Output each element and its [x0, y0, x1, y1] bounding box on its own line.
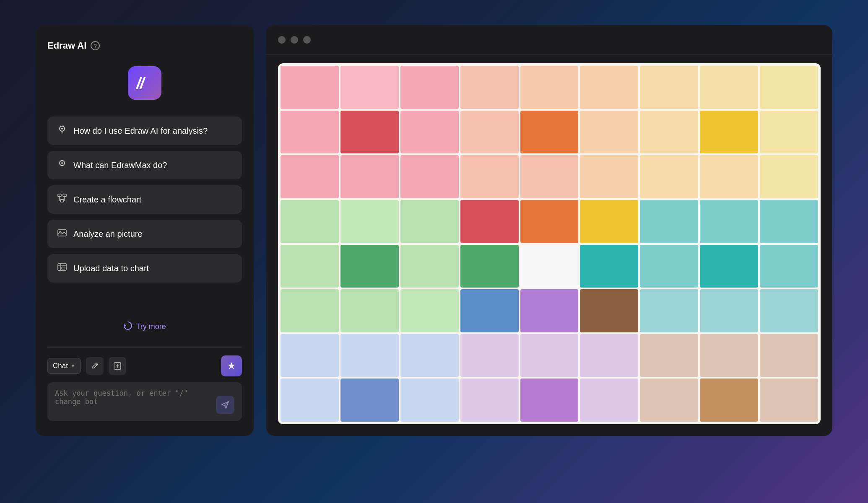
color-cell[interactable]	[760, 289, 818, 332]
color-cell[interactable]	[281, 155, 339, 198]
color-cell[interactable]	[460, 155, 519, 198]
color-cell[interactable]	[281, 334, 339, 377]
action-flowchart[interactable]: Create a flowchart	[47, 185, 242, 214]
edit-icon-button[interactable]	[86, 357, 104, 375]
color-cell[interactable]	[700, 155, 758, 198]
color-cell[interactable]	[400, 289, 459, 332]
try-more-icon	[123, 321, 133, 332]
color-cell[interactable]	[580, 245, 638, 288]
color-cell[interactable]	[460, 66, 519, 109]
color-cell[interactable]	[700, 289, 758, 332]
color-cell[interactable]	[460, 379, 519, 422]
color-cell[interactable]	[580, 155, 638, 198]
color-cell[interactable]	[281, 245, 339, 288]
color-cell[interactable]	[580, 200, 638, 243]
color-cell[interactable]	[340, 66, 399, 109]
color-cell[interactable]	[520, 289, 579, 332]
color-cell[interactable]	[700, 379, 758, 422]
color-cell[interactable]	[760, 111, 818, 154]
color-cell[interactable]	[400, 155, 459, 198]
color-cell[interactable]	[520, 245, 579, 288]
color-cell[interactable]	[520, 334, 579, 377]
color-cell[interactable]	[340, 289, 399, 332]
color-cell[interactable]	[281, 379, 339, 422]
action-picture[interactable]: Analyze an picture	[47, 220, 242, 248]
color-cell[interactable]	[281, 66, 339, 109]
right-header	[266, 25, 832, 55]
color-cell[interactable]	[520, 111, 579, 154]
color-cell[interactable]	[700, 334, 758, 377]
color-cell[interactable]	[520, 66, 579, 109]
color-cell[interactable]	[580, 66, 638, 109]
add-icon-button[interactable]	[109, 357, 126, 375]
color-cell[interactable]	[340, 379, 399, 422]
color-cell[interactable]	[400, 66, 459, 109]
color-cell[interactable]	[700, 111, 758, 154]
color-cell[interactable]	[520, 155, 579, 198]
action-analysis[interactable]: How do I use Edraw AI for analysis?	[47, 117, 242, 145]
color-cell[interactable]	[520, 379, 579, 422]
svg-point-2	[61, 128, 63, 130]
analysis-icon	[57, 125, 68, 137]
color-cell[interactable]	[281, 111, 339, 154]
right-panel	[266, 25, 832, 436]
svg-rect-9	[60, 200, 64, 202]
color-cell[interactable]	[460, 245, 519, 288]
color-cell[interactable]	[640, 66, 698, 109]
svg-point-6	[61, 162, 63, 164]
color-cell[interactable]	[700, 66, 758, 109]
color-cell[interactable]	[460, 111, 519, 154]
window-dot-2	[291, 36, 298, 44]
color-cell[interactable]	[281, 200, 339, 243]
color-cell[interactable]	[580, 334, 638, 377]
color-grid	[278, 63, 821, 424]
color-cell[interactable]	[400, 334, 459, 377]
color-cell[interactable]	[760, 245, 818, 288]
action-analysis-label: How do I use Edraw AI for analysis?	[73, 126, 208, 136]
color-cell[interactable]	[460, 289, 519, 332]
color-cell[interactable]	[520, 200, 579, 243]
color-cell[interactable]	[760, 379, 818, 422]
color-cell[interactable]	[760, 200, 818, 243]
send-button[interactable]	[216, 396, 234, 414]
action-edrawmax-label: What can EdrawMax do?	[73, 161, 167, 170]
color-cell[interactable]	[340, 111, 399, 154]
color-cell[interactable]	[340, 334, 399, 377]
color-cell[interactable]	[340, 155, 399, 198]
window-dot-1	[278, 36, 286, 44]
star-button[interactable]	[221, 355, 242, 376]
color-cell[interactable]	[400, 200, 459, 243]
action-upload[interactable]: Upload data to chart	[47, 254, 242, 283]
help-icon[interactable]: ?	[91, 41, 100, 50]
color-cell[interactable]	[340, 245, 399, 288]
color-cell[interactable]	[700, 200, 758, 243]
action-edrawmax[interactable]: What can EdrawMax do?	[47, 151, 242, 179]
color-cell[interactable]	[460, 334, 519, 377]
color-cell[interactable]	[580, 379, 638, 422]
color-cell[interactable]	[640, 111, 698, 154]
color-cell[interactable]	[281, 289, 339, 332]
color-cell[interactable]	[640, 289, 698, 332]
color-cell[interactable]	[760, 66, 818, 109]
color-grid-container	[266, 55, 832, 436]
color-cell[interactable]	[640, 245, 698, 288]
color-cell[interactable]	[760, 334, 818, 377]
ai-logo: //	[128, 66, 161, 100]
color-cell[interactable]	[400, 245, 459, 288]
try-more-button[interactable]: Try more	[47, 314, 242, 339]
color-cell[interactable]	[580, 289, 638, 332]
color-cell[interactable]	[640, 200, 698, 243]
color-cell[interactable]	[640, 379, 698, 422]
color-cell[interactable]	[700, 245, 758, 288]
color-cell[interactable]	[640, 334, 698, 377]
chat-input[interactable]	[55, 389, 212, 414]
color-cell[interactable]	[340, 200, 399, 243]
color-cell[interactable]	[580, 111, 638, 154]
chat-select[interactable]: Chat ▼	[47, 358, 81, 374]
color-cell[interactable]	[400, 379, 459, 422]
color-cell[interactable]	[760, 155, 818, 198]
left-panel: Edraw AI ? // How do I use Edraw AI for …	[36, 25, 254, 436]
color-cell[interactable]	[640, 155, 698, 198]
color-cell[interactable]	[400, 111, 459, 154]
color-cell[interactable]	[460, 200, 519, 243]
